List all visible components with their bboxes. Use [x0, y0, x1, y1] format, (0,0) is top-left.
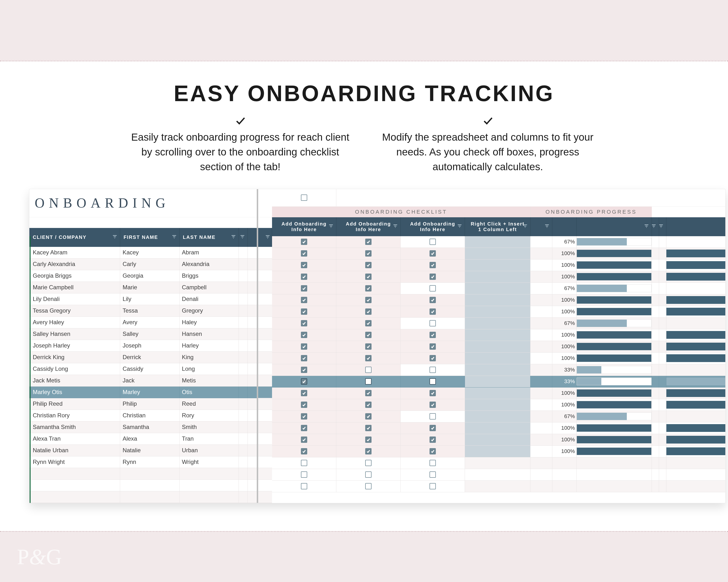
checkbox-icon[interactable]	[301, 320, 307, 326]
cell-tail[interactable]	[652, 434, 659, 446]
cell-spacer[interactable]	[239, 410, 248, 421]
checkbox-icon[interactable]	[365, 308, 371, 315]
filter-icon[interactable]	[231, 234, 236, 241]
cell-progress-pct[interactable]: 100%	[552, 259, 577, 271]
table-row[interactable]: 100%	[272, 248, 725, 259]
cell-tail[interactable]	[659, 353, 666, 364]
checkbox-icon[interactable]	[365, 320, 371, 326]
table-row[interactable]: 100%	[272, 306, 725, 318]
cell-checkbox[interactable]	[401, 481, 465, 492]
col-header-last-name[interactable]: LAST NAME	[180, 228, 239, 247]
cell-progress-pct[interactable]: 67%	[552, 411, 577, 422]
cell-tail[interactable]	[659, 376, 666, 388]
cell-tail[interactable]	[652, 458, 659, 469]
cell-right-click-insert[interactable]	[465, 446, 530, 458]
checkbox-icon[interactable]	[430, 390, 436, 396]
checkbox-icon[interactable]	[430, 320, 436, 326]
cell-right-click-insert[interactable]	[465, 283, 530, 295]
cell-right-click-insert[interactable]	[465, 481, 530, 492]
cell-progress-pct[interactable]: 100%	[552, 329, 577, 341]
cell-spacer[interactable]	[530, 458, 552, 469]
filter-icon[interactable]	[265, 234, 270, 241]
cell-last-name[interactable]: Tran	[180, 433, 239, 445]
cell-checkbox[interactable]	[272, 411, 336, 422]
cell-right-click-insert[interactable]	[465, 353, 530, 364]
cell-tail[interactable]	[652, 248, 659, 259]
cell-spacer[interactable]	[530, 481, 552, 492]
cell-last-name[interactable]: Otis	[180, 387, 239, 398]
cell-tail[interactable]	[659, 295, 666, 306]
cell-checkbox[interactable]	[401, 329, 465, 341]
cell-tail[interactable]	[659, 248, 666, 259]
cell-checkbox[interactable]	[272, 236, 336, 248]
filter-icon[interactable]	[328, 223, 334, 230]
cell-tail[interactable]	[652, 259, 659, 271]
cell-spacer[interactable]	[248, 340, 257, 352]
cell-edge[interactable]	[666, 306, 725, 318]
col-header-tail[interactable]	[652, 217, 659, 236]
cell-edge[interactable]	[666, 376, 725, 388]
table-row[interactable]	[29, 491, 257, 503]
table-row[interactable]	[272, 481, 725, 492]
cell-tail[interactable]	[652, 283, 659, 295]
checkbox-icon[interactable]	[301, 308, 307, 315]
cell-spacer[interactable]	[530, 376, 552, 388]
cell-edge[interactable]	[666, 329, 725, 341]
cell-first-name[interactable]: Tessa	[120, 305, 179, 317]
cell-checkbox[interactable]	[336, 388, 401, 399]
cell-last-name[interactable]: Hansen	[180, 328, 239, 340]
checkbox-icon[interactable]	[430, 308, 436, 315]
cell-company[interactable]: Joseph Harley	[29, 340, 120, 352]
table-row[interactable]: Tessa GregoryTessaGregory	[29, 305, 257, 317]
cell-last-name[interactable]: Metis	[180, 375, 239, 387]
cell-spacer[interactable]	[239, 468, 248, 480]
filter-icon[interactable]	[644, 223, 649, 230]
cell-checkbox[interactable]	[401, 318, 465, 329]
cell-edge[interactable]	[666, 236, 725, 248]
checkbox-icon[interactable]	[430, 460, 436, 466]
cell-spacer[interactable]	[530, 318, 552, 329]
checkbox-icon[interactable]	[365, 343, 371, 350]
table-row[interactable]: 100%	[272, 329, 725, 341]
cell-spacer[interactable]	[530, 306, 552, 318]
cell-last-name[interactable]: Wright	[180, 456, 239, 468]
cell-tail[interactable]	[652, 364, 659, 376]
cell-checkbox[interactable]	[401, 364, 465, 376]
cell-edge[interactable]	[666, 271, 725, 283]
cell-edge[interactable]	[666, 458, 725, 469]
checkbox-icon[interactable]	[365, 483, 371, 489]
table-row[interactable]: Joseph HarleyJosephHarley	[29, 340, 257, 352]
cell-progress-bar[interactable]	[577, 329, 652, 341]
cell-tail[interactable]	[659, 259, 666, 271]
cell-right-click-insert[interactable]	[465, 458, 530, 469]
table-row[interactable]: Lily DenaliLilyDenali	[29, 294, 257, 305]
cell-spacer[interactable]	[248, 433, 257, 445]
cell-progress-bar[interactable]	[577, 318, 652, 329]
cell-company[interactable]: Philip Reed	[29, 398, 120, 410]
checkbox-icon[interactable]	[430, 239, 436, 245]
col-header-right-click-insert[interactable]: Right Click + Insert 1 Column Left	[465, 217, 530, 236]
cell-progress-pct[interactable]	[552, 458, 577, 469]
cell-first-name[interactable]: Avery	[120, 317, 179, 328]
cell-checkbox[interactable]	[336, 446, 401, 458]
table-row[interactable]: 67%	[272, 411, 725, 422]
cell-last-name[interactable]: Long	[180, 363, 239, 375]
cell-first-name[interactable]: Christian	[120, 410, 179, 421]
cell-tail[interactable]	[659, 283, 666, 295]
stray-checkbox-cell[interactable]	[272, 189, 336, 206]
cell-right-click-insert[interactable]	[465, 434, 530, 446]
cell-edge[interactable]	[666, 388, 725, 399]
cell-progress-bar[interactable]	[577, 306, 652, 318]
cell-right-click-insert[interactable]	[465, 341, 530, 353]
cell-company[interactable]: Carly Alexandria	[29, 258, 120, 270]
cell-progress-bar[interactable]	[577, 399, 652, 411]
table-row[interactable]: Philip ReedPhilipReed	[29, 398, 257, 410]
cell-last-name[interactable]: Urban	[180, 445, 239, 456]
cell-first-name[interactable]: Joseph	[120, 340, 179, 352]
cell-right-click-insert[interactable]	[465, 306, 530, 318]
cell-progress-pct[interactable]: 100%	[552, 295, 577, 306]
cell-tail[interactable]	[659, 271, 666, 283]
cell-checkbox[interactable]	[336, 353, 401, 364]
cell-checkbox[interactable]	[336, 295, 401, 306]
cell-progress-bar[interactable]	[577, 376, 652, 388]
